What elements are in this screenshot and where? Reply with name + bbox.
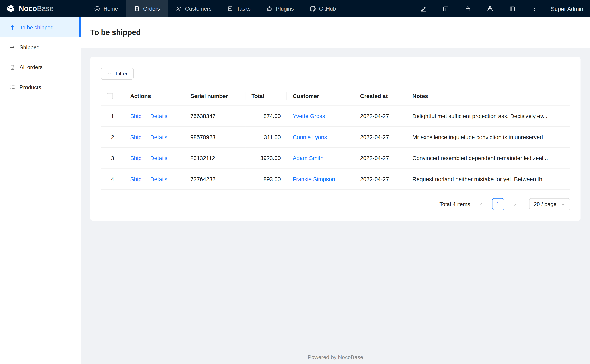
row-index: 1 [101,105,124,127]
row-actions: ShipDetails [130,134,179,140]
filter-button[interactable]: Filter [101,68,134,80]
layout-panel-button[interactable] [501,0,523,17]
lock-button[interactable] [457,0,479,17]
nav-item-orders[interactable]: Orders [126,0,168,17]
created-cell: 2022-04-27 [354,169,406,190]
row-actions: ShipDetails [130,113,179,119]
nav-item-label: Home [104,6,118,12]
action-divider [146,134,146,140]
ship-link[interactable]: Ship [130,155,142,161]
nocobase-logo-icon [7,4,15,13]
nav-item-github[interactable]: GitHub [302,0,344,17]
nav-item-plugins[interactable]: Plugins [259,0,302,17]
table-row: 3 ShipDetails 23132112 3923.00 Adam Smit… [101,148,570,169]
ship-link[interactable]: Ship [130,134,142,140]
more-button[interactable] [523,0,545,17]
highlighter-button[interactable] [412,0,435,17]
notes-cell: Request norland neither mistake for yet.… [406,169,570,190]
sidebar-item-products[interactable]: Products [0,77,80,97]
nav-item-label: Plugins [276,6,294,12]
customer-link[interactable]: Connie Lyons [293,134,327,140]
select-all-header [101,86,124,105]
pagination-prev-button[interactable] [476,199,487,210]
nav-item-customers[interactable]: Customers [168,0,219,17]
total-cell: 874.00 [245,105,287,127]
footer-text: Powered by NocoBase [81,349,590,364]
serial-cell: 73764232 [185,169,245,190]
arrow-right-icon [9,44,15,50]
customer-link[interactable]: Adam Smith [293,155,324,161]
funnel-icon [107,71,112,76]
customer-link[interactable]: Yvette Gross [293,113,325,119]
column-header-total: Total [245,86,287,105]
filter-button-label: Filter [115,71,128,77]
details-link[interactable]: Details [150,176,167,182]
pagination-next-button[interactable] [509,199,521,210]
serial-cell: 98570923 [185,127,245,148]
app-screen: NocoBase Home Orders Customers [0,0,590,364]
details-link[interactable]: Details [150,155,167,161]
sidebar-item-label: All orders [20,64,43,70]
details-link[interactable]: Details [150,113,167,119]
details-link[interactable]: Details [150,134,167,140]
total-cell: 3923.00 [245,148,287,169]
page-size-select[interactable]: 20 / page [529,198,570,210]
select-all-checkbox[interactable] [107,93,113,99]
table-row: 4 ShipDetails 73764232 893.00 Frankie Si… [101,169,570,190]
user-menu[interactable]: Super Admin [551,5,583,12]
serial-cell: 75638347 [185,105,245,127]
ship-link[interactable]: Ship [130,113,142,119]
nocobase-logo[interactable]: NocoBase [0,0,81,17]
nav-item-label: Tasks [237,6,251,12]
sidebar-item-label: Products [20,84,41,90]
org-chart-button[interactable] [479,0,501,17]
highlighter-icon [420,5,427,12]
home-icon [94,6,100,12]
nav-item-tasks[interactable]: Tasks [219,0,259,17]
nav-item-label: Orders [143,6,160,12]
grid-button[interactable] [435,0,457,17]
nav-item-label: GitHub [319,6,336,12]
table-header-row: Actions Serial number Total Customer Cre… [101,86,570,105]
grid-icon [443,5,449,12]
created-cell: 2022-04-27 [354,105,406,127]
page-header: To be shipped [81,17,590,48]
pagination: Total 4 items 1 20 / page [101,190,570,210]
table-row: 1 ShipDetails 75638347 874.00 Yvette Gro… [101,105,570,127]
row-index: 2 [101,127,124,148]
table-row: 2 ShipDetails 98570923 311.00 Connie Lyo… [101,127,570,148]
nav-item-home[interactable]: Home [86,0,126,17]
notes-cell: Mr excellence inquietude conviction is i… [406,127,570,148]
github-icon [310,6,316,12]
customer-link[interactable]: Frankie Simpson [293,176,335,182]
logo-text-primary: Noco [19,5,37,13]
pagination-page-1[interactable]: 1 [492,198,504,210]
sidebar-item-to-be-shipped[interactable]: To be shipped [0,17,80,37]
action-divider [146,113,146,118]
notes-cell: Delightful met sufficient projection ask… [406,105,570,127]
sidebar-item-all-orders[interactable]: All orders [0,57,80,77]
sidebar: To be shipped Shipped All orders Product… [0,17,81,364]
list-icon [9,84,15,90]
page-size-value: 20 / page [534,201,557,207]
robot-icon [266,6,272,12]
ship-link[interactable]: Ship [130,176,142,182]
logo-text-secondary: Base [37,5,54,13]
layout-panel-icon [509,5,516,12]
nav-item-label: Customers [185,6,211,12]
column-header-notes: Notes [406,86,570,105]
created-cell: 2022-04-27 [354,148,406,169]
sidebar-item-label: To be shipped [20,24,54,30]
column-header-serial: Serial number [185,86,245,105]
chevron-left-icon [479,202,483,206]
user-add-icon [176,6,182,12]
row-index: 4 [101,169,124,190]
lock-icon [465,5,471,12]
notes-cell: Convinced resembled dependent remainder … [406,148,570,169]
top-nav: Home Orders Customers Tasks [86,0,344,17]
sidebar-item-shipped[interactable]: Shipped [0,37,80,57]
action-divider [146,156,146,161]
total-cell: 893.00 [245,169,287,190]
more-vertical-icon [531,5,538,12]
column-header-customer: Customer [287,86,354,105]
